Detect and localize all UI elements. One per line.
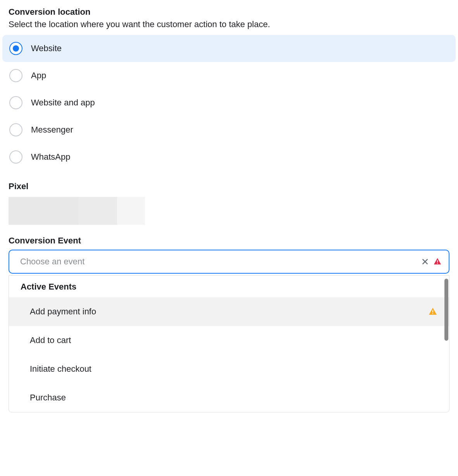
pixel-title: Pixel xyxy=(9,181,449,191)
radio-circle-icon xyxy=(9,96,22,109)
dropdown-item-add-payment-info[interactable]: Add payment info xyxy=(9,297,449,326)
radio-option-website-and-app[interactable]: Website and app xyxy=(2,89,456,116)
pixel-redacted-block xyxy=(117,197,145,225)
conversion-event-section: Conversion Event Active Events Add payme… xyxy=(0,236,458,412)
close-icon[interactable] xyxy=(421,257,429,266)
radio-label: App xyxy=(31,71,46,81)
dropdown-item-label: Add payment info xyxy=(30,307,96,317)
conversion-location-radio-list: Website App Website and app Messenger Wh… xyxy=(2,35,456,171)
dropdown-item-label: Initiate checkout xyxy=(30,364,91,374)
radio-option-whatsapp[interactable]: WhatsApp xyxy=(2,143,456,171)
radio-circle-icon xyxy=(9,69,22,82)
conversion-location-subtitle: Select the location where you want the c… xyxy=(9,19,449,29)
conversion-event-combobox[interactable] xyxy=(9,250,449,274)
warning-triangle-icon xyxy=(428,307,437,316)
pixel-placeholder xyxy=(9,197,449,225)
svg-rect-4 xyxy=(432,310,433,312)
radio-label: Messenger xyxy=(31,125,73,135)
pixel-section: Pixel xyxy=(0,181,458,225)
dropdown-item-add-to-cart[interactable]: Add to cart xyxy=(9,326,449,355)
conversion-event-dropdown: Active Events Add payment info Add to ca… xyxy=(9,275,449,412)
radio-label: WhatsApp xyxy=(31,152,71,162)
radio-option-website[interactable]: Website xyxy=(2,35,456,62)
radio-label: Website xyxy=(31,43,62,53)
svg-rect-2 xyxy=(437,260,438,262)
radio-circle-icon xyxy=(9,150,22,164)
dropdown-item-label: Purchase xyxy=(30,393,66,403)
radio-dot-icon xyxy=(13,45,19,52)
pixel-redacted-block xyxy=(9,197,78,225)
conversion-location-title: Conversion location xyxy=(9,7,449,17)
scrollbar[interactable] xyxy=(444,279,448,341)
dropdown-item-label: Add to cart xyxy=(30,335,71,345)
dropdown-item-purchase[interactable]: Purchase xyxy=(9,383,449,412)
radio-circle-icon xyxy=(9,42,22,55)
pixel-redacted-block xyxy=(78,197,117,225)
svg-rect-5 xyxy=(432,313,433,314)
warning-triangle-icon xyxy=(433,257,442,266)
radio-circle-icon xyxy=(9,123,22,136)
conversion-event-input[interactable] xyxy=(20,257,417,267)
radio-label: Website and app xyxy=(31,98,95,108)
conversion-location-section: Conversion location Select the location … xyxy=(0,7,458,171)
dropdown-section-header: Active Events xyxy=(9,276,449,297)
radio-option-app[interactable]: App xyxy=(2,62,456,89)
svg-rect-3 xyxy=(437,263,438,264)
dropdown-item-initiate-checkout[interactable]: Initiate checkout xyxy=(9,355,449,383)
conversion-event-title: Conversion Event xyxy=(9,236,449,246)
radio-option-messenger[interactable]: Messenger xyxy=(2,116,456,143)
